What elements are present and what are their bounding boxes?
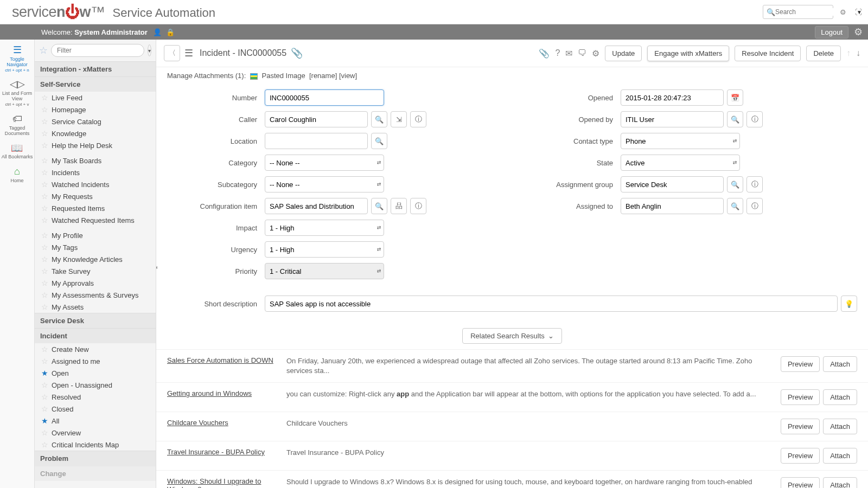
favorite-icon[interactable]: ☆ bbox=[41, 117, 48, 126]
rail-list-form-view[interactable]: ◁▷ List and Form View ctrl + opt + v bbox=[0, 76, 34, 110]
preview-button[interactable]: Preview bbox=[781, 419, 820, 434]
related-search-toggle[interactable]: Related Search Results ⌄ bbox=[462, 328, 562, 344]
attachment-header-icon[interactable]: 📎 bbox=[291, 47, 303, 59]
attach-button[interactable]: Attach bbox=[823, 389, 857, 405]
favorite-icon[interactable]: ☆ bbox=[41, 180, 48, 189]
category-select[interactable]: -- None -- bbox=[265, 155, 384, 171]
favorite-icon[interactable]: ☆ bbox=[41, 381, 48, 389]
nav-item[interactable]: ☆Watched Requested Items bbox=[35, 214, 156, 226]
nav-item[interactable]: ☆My Knowledge Articles bbox=[35, 253, 156, 265]
nav-item[interactable]: ☆My Tags bbox=[35, 241, 156, 253]
favorite-icon[interactable]: ☆ bbox=[41, 440, 48, 449]
rail-toggle-navigator[interactable]: ☰ Toggle Navigator ctrl + opt + n bbox=[0, 42, 34, 76]
favorite-icon[interactable]: ☆ bbox=[41, 204, 48, 213]
openedby-field[interactable] bbox=[621, 111, 724, 127]
assignment-group-field[interactable] bbox=[621, 176, 724, 192]
attachment-icon[interactable]: 📎 bbox=[539, 48, 550, 59]
settings-icon[interactable]: ⚙ bbox=[838, 8, 848, 16]
favorite-icon[interactable]: ☆ bbox=[41, 93, 48, 102]
navigator-filter-input[interactable] bbox=[51, 44, 144, 57]
nav-section-integration[interactable]: Integration - xMatters bbox=[35, 61, 156, 76]
personalize-icon[interactable]: ⚙ bbox=[592, 48, 599, 59]
openedby-lookup-icon[interactable]: 🔍 bbox=[727, 111, 743, 127]
assigned-to-field[interactable] bbox=[621, 198, 724, 214]
rail-tagged-documents[interactable]: 🏷 Tagged Documents bbox=[0, 111, 34, 140]
expand-icon[interactable]: ⛶ bbox=[853, 8, 864, 16]
rail-home[interactable]: ⌂ Home bbox=[9, 163, 24, 187]
nav-item[interactable]: ☆Service Catalog bbox=[35, 115, 156, 127]
favorite-icon[interactable]: ☆ bbox=[41, 428, 48, 437]
result-title-link[interactable]: Travel Insurance - BUPA Policy bbox=[167, 448, 276, 456]
assigngrp-info-icon[interactable]: ⓘ bbox=[746, 176, 763, 192]
favorite-icon[interactable]: ☆ bbox=[41, 216, 48, 224]
nav-section-servicedesk[interactable]: Service Desk bbox=[35, 313, 156, 328]
attachment-view-link[interactable]: [view] bbox=[339, 72, 357, 80]
nav-item[interactable]: ☆Homepage bbox=[35, 104, 156, 115]
nav-item[interactable]: ☆My Task Boards bbox=[35, 155, 156, 166]
nav-section-change[interactable]: Change bbox=[35, 466, 156, 481]
user-icon[interactable]: 👤 bbox=[153, 28, 162, 36]
number-field[interactable] bbox=[265, 89, 384, 106]
favorite-icon[interactable]: ★ bbox=[41, 369, 48, 377]
lock-icon[interactable]: 🔒 bbox=[166, 28, 175, 36]
nav-section-selfservice[interactable]: Self-Service bbox=[35, 76, 156, 92]
favorite-icon[interactable]: ☆ bbox=[41, 105, 48, 114]
result-title-link[interactable]: Getting around in Windows bbox=[167, 389, 276, 397]
nav-item[interactable]: ☆My Requests bbox=[35, 190, 156, 202]
previous-record-icon[interactable]: ↑ bbox=[846, 48, 851, 58]
favorite-icon[interactable]: ☆ bbox=[41, 129, 48, 138]
favorite-icon[interactable]: ★ bbox=[41, 416, 48, 425]
nav-item[interactable]: ☆Knowledge bbox=[35, 127, 156, 139]
favorite-icon[interactable]: ☆ bbox=[41, 303, 48, 311]
favorite-star-icon[interactable]: ☆ bbox=[39, 44, 48, 56]
nav-section-incident[interactable]: Incident bbox=[35, 328, 156, 343]
attachment-rename-link[interactable]: [rename] bbox=[309, 72, 337, 80]
favorite-icon[interactable]: ☆ bbox=[41, 279, 48, 287]
nav-item[interactable]: ☆Take Survey bbox=[35, 265, 156, 277]
navigator-collapse-icon[interactable]: ▾ bbox=[148, 44, 151, 56]
attachment-name[interactable]: Pasted Image bbox=[262, 72, 305, 80]
impact-select[interactable]: 1 - High bbox=[265, 220, 384, 236]
nav-item[interactable]: ☆Resolved bbox=[35, 391, 156, 403]
nav-item[interactable]: ☆My Assessments & Surveys bbox=[35, 289, 156, 301]
nav-item[interactable]: ☆Critical Incidents Map bbox=[35, 439, 156, 451]
state-select[interactable]: Active bbox=[621, 155, 740, 171]
favorite-icon[interactable]: ☆ bbox=[41, 156, 48, 165]
nav-item[interactable]: ☆Overview bbox=[35, 427, 156, 439]
ci-lookup-icon[interactable]: 🔍 bbox=[371, 198, 387, 214]
activity-icon[interactable]: 🗨 bbox=[578, 48, 586, 58]
nav-item[interactable]: ☆Create New bbox=[35, 343, 156, 355]
favorite-icon[interactable]: ☆ bbox=[41, 141, 48, 150]
priority-select[interactable]: 1 - Critical bbox=[265, 263, 384, 279]
nav-item[interactable]: ☆Closed bbox=[35, 403, 156, 415]
favorite-icon[interactable]: ☆ bbox=[41, 357, 48, 365]
ci-info-icon[interactable]: ⓘ bbox=[410, 198, 426, 214]
preview-button[interactable]: Preview bbox=[781, 477, 820, 488]
ci-tree-icon[interactable]: 品 bbox=[391, 198, 407, 214]
help-icon[interactable]: ? bbox=[555, 48, 560, 58]
favorite-icon[interactable]: ☆ bbox=[41, 291, 48, 299]
attach-button[interactable]: Attach bbox=[823, 477, 857, 488]
nav-item[interactable]: ☆Help the Help Desk bbox=[35, 139, 156, 151]
preview-button[interactable]: Preview bbox=[781, 389, 820, 405]
nav-item[interactable]: ★Open bbox=[35, 367, 156, 379]
update-button[interactable]: Update bbox=[605, 46, 642, 61]
opened-calendar-icon[interactable]: 📅 bbox=[727, 89, 743, 106]
short-description-field[interactable] bbox=[265, 296, 838, 312]
next-record-icon[interactable]: ↓ bbox=[856, 48, 860, 58]
caller-field[interactable] bbox=[265, 111, 368, 127]
nav-item[interactable]: ☆Live Feed bbox=[35, 92, 156, 104]
opened-field[interactable] bbox=[621, 89, 724, 106]
favorite-icon[interactable]: ☆ bbox=[41, 404, 48, 413]
favorite-icon[interactable]: ☆ bbox=[41, 168, 48, 177]
favorite-icon[interactable]: ☆ bbox=[41, 267, 48, 275]
caller-info-icon[interactable]: ⓘ bbox=[410, 111, 426, 127]
favorite-icon[interactable]: ☆ bbox=[41, 192, 48, 201]
favorite-icon[interactable]: ☆ bbox=[41, 345, 48, 354]
resolve-incident-button[interactable]: Resolve Incident bbox=[735, 46, 801, 61]
nav-item[interactable]: ☆My Assets bbox=[35, 301, 156, 313]
result-title-link[interactable]: Childcare Vouchers bbox=[167, 419, 276, 427]
form-menu-icon[interactable]: ☰ bbox=[184, 47, 193, 59]
assignto-lookup-icon[interactable]: 🔍 bbox=[727, 198, 743, 214]
preview-button[interactable]: Preview bbox=[781, 448, 820, 464]
